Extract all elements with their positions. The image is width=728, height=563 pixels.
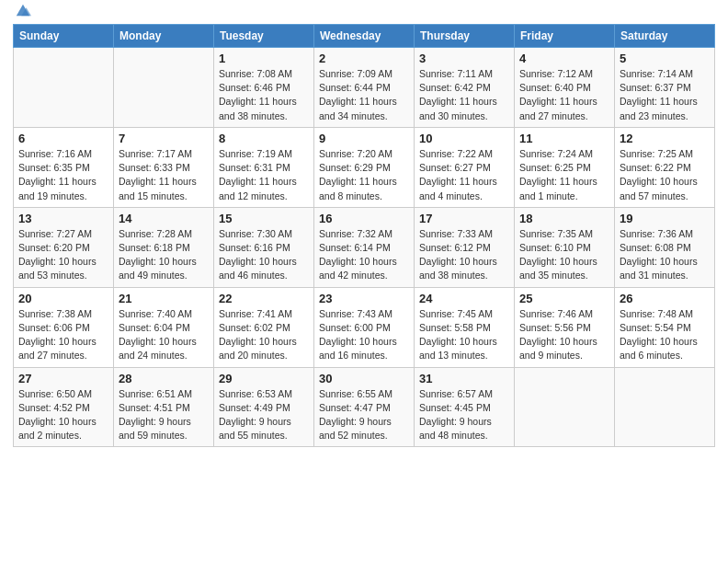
- day-info: Sunrise: 7:33 AMSunset: 6:12 PMDaylight:…: [419, 227, 509, 283]
- day-info: Sunrise: 6:53 AMSunset: 4:49 PMDaylight:…: [219, 387, 309, 443]
- day-number: 2: [319, 52, 409, 65]
- day-number: 13: [18, 212, 108, 225]
- calendar-cell: 15Sunrise: 7:30 AMSunset: 6:16 PMDayligh…: [214, 207, 314, 287]
- week-row-1: 1Sunrise: 7:08 AMSunset: 6:46 PMDaylight…: [14, 48, 715, 128]
- day-number: 6: [18, 132, 108, 145]
- logo-icon: [15, 2, 31, 18]
- calendar-cell: 28Sunrise: 6:51 AMSunset: 4:51 PMDayligh…: [114, 367, 214, 447]
- day-info: Sunrise: 7:22 AMSunset: 6:27 PMDaylight:…: [419, 147, 509, 203]
- calendar-cell: 27Sunrise: 6:50 AMSunset: 4:52 PMDayligh…: [14, 367, 114, 447]
- calendar-cell: 25Sunrise: 7:46 AMSunset: 5:56 PMDayligh…: [515, 287, 615, 367]
- weekday-header-friday: Friday: [515, 25, 615, 48]
- day-number: 15: [219, 212, 309, 225]
- day-number: 27: [18, 372, 108, 385]
- day-info: Sunrise: 7:09 AMSunset: 6:44 PMDaylight:…: [319, 67, 409, 123]
- calendar-cell: [615, 367, 715, 447]
- calendar-cell: 10Sunrise: 7:22 AMSunset: 6:27 PMDayligh…: [415, 127, 515, 207]
- weekday-header-row: SundayMondayTuesdayWednesdayThursdayFrid…: [14, 25, 715, 48]
- calendar-cell: [14, 48, 114, 128]
- day-info: Sunrise: 7:12 AMSunset: 6:40 PMDaylight:…: [519, 67, 609, 123]
- day-info: Sunrise: 6:55 AMSunset: 4:47 PMDaylight:…: [319, 387, 409, 443]
- day-info: Sunrise: 6:57 AMSunset: 4:45 PMDaylight:…: [419, 387, 509, 443]
- day-info: Sunrise: 7:38 AMSunset: 6:06 PMDaylight:…: [18, 307, 108, 363]
- day-number: 21: [119, 292, 209, 305]
- weekday-header-monday: Monday: [114, 25, 214, 48]
- day-number: 3: [419, 52, 509, 65]
- day-number: 17: [419, 212, 509, 225]
- day-number: 1: [219, 52, 309, 65]
- day-number: 18: [519, 212, 609, 225]
- day-info: Sunrise: 7:16 AMSunset: 6:35 PMDaylight:…: [18, 147, 108, 203]
- day-info: Sunrise: 7:35 AMSunset: 6:10 PMDaylight:…: [519, 227, 609, 283]
- day-number: 23: [319, 292, 409, 305]
- day-number: 28: [119, 372, 209, 385]
- day-info: Sunrise: 7:30 AMSunset: 6:16 PMDaylight:…: [219, 227, 309, 283]
- day-number: 25: [519, 292, 609, 305]
- calendar-cell: 8Sunrise: 7:19 AMSunset: 6:31 PMDaylight…: [214, 127, 314, 207]
- day-number: 24: [419, 292, 509, 305]
- day-number: 9: [319, 132, 409, 145]
- day-number: 12: [620, 132, 710, 145]
- day-info: Sunrise: 7:08 AMSunset: 6:46 PMDaylight:…: [219, 67, 309, 123]
- calendar-cell: 18Sunrise: 7:35 AMSunset: 6:10 PMDayligh…: [515, 207, 615, 287]
- day-info: Sunrise: 7:46 AMSunset: 5:56 PMDaylight:…: [519, 307, 609, 363]
- calendar-cell: 11Sunrise: 7:24 AMSunset: 6:25 PMDayligh…: [515, 127, 615, 207]
- day-number: 20: [18, 292, 108, 305]
- calendar-cell: 22Sunrise: 7:41 AMSunset: 6:02 PMDayligh…: [214, 287, 314, 367]
- day-info: Sunrise: 7:14 AMSunset: 6:37 PMDaylight:…: [620, 67, 710, 123]
- day-number: 22: [219, 292, 309, 305]
- day-number: 29: [219, 372, 309, 385]
- calendar-cell: 3Sunrise: 7:11 AMSunset: 6:42 PMDaylight…: [415, 48, 515, 128]
- calendar-cell: 14Sunrise: 7:28 AMSunset: 6:18 PMDayligh…: [114, 207, 214, 287]
- week-row-4: 20Sunrise: 7:38 AMSunset: 6:06 PMDayligh…: [14, 287, 715, 367]
- day-number: 11: [519, 132, 609, 145]
- day-info: Sunrise: 7:19 AMSunset: 6:31 PMDaylight:…: [219, 147, 309, 203]
- day-info: Sunrise: 7:27 AMSunset: 6:20 PMDaylight:…: [18, 227, 108, 283]
- weekday-header-wednesday: Wednesday: [314, 25, 415, 48]
- calendar-page: SundayMondayTuesdayWednesdayThursdayFrid…: [0, 0, 728, 563]
- calendar-cell: 2Sunrise: 7:09 AMSunset: 6:44 PMDaylight…: [314, 48, 415, 128]
- day-number: 7: [119, 132, 209, 145]
- calendar-cell: 9Sunrise: 7:20 AMSunset: 6:29 PMDaylight…: [314, 127, 415, 207]
- week-row-3: 13Sunrise: 7:27 AMSunset: 6:20 PMDayligh…: [14, 207, 715, 287]
- day-info: Sunrise: 7:24 AMSunset: 6:25 PMDaylight:…: [519, 147, 609, 203]
- day-info: Sunrise: 7:32 AMSunset: 6:14 PMDaylight:…: [319, 227, 409, 283]
- calendar-cell: 5Sunrise: 7:14 AMSunset: 6:37 PMDaylight…: [615, 48, 715, 128]
- calendar-cell: 31Sunrise: 6:57 AMSunset: 4:45 PMDayligh…: [415, 367, 515, 447]
- calendar-cell: 4Sunrise: 7:12 AMSunset: 6:40 PMDaylight…: [515, 48, 615, 128]
- weekday-header-tuesday: Tuesday: [214, 25, 314, 48]
- calendar-cell: 26Sunrise: 7:48 AMSunset: 5:54 PMDayligh…: [615, 287, 715, 367]
- day-number: 16: [319, 212, 409, 225]
- calendar-cell: 19Sunrise: 7:36 AMSunset: 6:08 PMDayligh…: [615, 207, 715, 287]
- day-info: Sunrise: 7:25 AMSunset: 6:22 PMDaylight:…: [620, 147, 710, 203]
- day-number: 10: [419, 132, 509, 145]
- calendar-cell: 23Sunrise: 7:43 AMSunset: 6:00 PMDayligh…: [314, 287, 415, 367]
- calendar-cell: 29Sunrise: 6:53 AMSunset: 4:49 PMDayligh…: [214, 367, 314, 447]
- calendar-cell: [515, 367, 615, 447]
- day-number: 30: [319, 372, 409, 385]
- week-row-5: 27Sunrise: 6:50 AMSunset: 4:52 PMDayligh…: [14, 367, 715, 447]
- calendar-cell: 21Sunrise: 7:40 AMSunset: 6:04 PMDayligh…: [114, 287, 214, 367]
- day-info: Sunrise: 7:45 AMSunset: 5:58 PMDaylight:…: [419, 307, 509, 363]
- weekday-header-saturday: Saturday: [615, 25, 715, 48]
- week-row-2: 6Sunrise: 7:16 AMSunset: 6:35 PMDaylight…: [14, 127, 715, 207]
- day-info: Sunrise: 6:51 AMSunset: 4:51 PMDaylight:…: [119, 387, 209, 443]
- day-info: Sunrise: 7:20 AMSunset: 6:29 PMDaylight:…: [319, 147, 409, 203]
- day-number: 5: [620, 52, 710, 65]
- day-info: Sunrise: 6:50 AMSunset: 4:52 PMDaylight:…: [18, 387, 108, 443]
- day-number: 14: [119, 212, 209, 225]
- weekday-header-sunday: Sunday: [14, 25, 114, 48]
- day-info: Sunrise: 7:17 AMSunset: 6:33 PMDaylight:…: [119, 147, 209, 203]
- day-info: Sunrise: 7:11 AMSunset: 6:42 PMDaylight:…: [419, 67, 509, 123]
- day-number: 26: [620, 292, 710, 305]
- day-info: Sunrise: 7:43 AMSunset: 6:00 PMDaylight:…: [319, 307, 409, 363]
- day-info: Sunrise: 7:36 AMSunset: 6:08 PMDaylight:…: [620, 227, 710, 283]
- day-number: 8: [219, 132, 309, 145]
- calendar-cell: 13Sunrise: 7:27 AMSunset: 6:20 PMDayligh…: [14, 207, 114, 287]
- weekday-header-thursday: Thursday: [415, 25, 515, 48]
- calendar-cell: 17Sunrise: 7:33 AMSunset: 6:12 PMDayligh…: [415, 207, 515, 287]
- day-info: Sunrise: 7:41 AMSunset: 6:02 PMDaylight:…: [219, 307, 309, 363]
- calendar-table: SundayMondayTuesdayWednesdayThursdayFrid…: [13, 24, 715, 447]
- day-number: 19: [620, 212, 710, 225]
- calendar-cell: 24Sunrise: 7:45 AMSunset: 5:58 PMDayligh…: [415, 287, 515, 367]
